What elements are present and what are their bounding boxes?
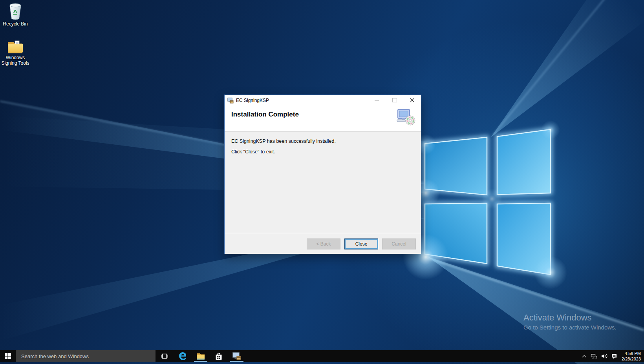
edge-icon [178, 351, 187, 361]
taskbar: 4:56 PM 2/28/2023 [0, 350, 644, 362]
watermark-subtitle: Go to Settings to activate Windows. [523, 324, 617, 331]
tray-volume-button[interactable] [601, 353, 607, 359]
taskbar-edge[interactable] [174, 350, 192, 362]
desktop-icon-recycle-bin[interactable]: Recycle Bin [0, 2, 31, 27]
taskbar-clock[interactable]: 4:56 PM 2/28/2023 [621, 351, 641, 362]
minimize-button[interactable] [368, 95, 386, 106]
window-title: EC SigningKSP [236, 98, 269, 103]
desktop: Recycle Bin Windows Signing Tools Activa… [0, 0, 644, 364]
maximize-button[interactable] [386, 95, 403, 106]
store-icon [214, 351, 223, 361]
clock-time: 4:56 PM [622, 351, 641, 356]
installer-titlebar[interactable]: EC SigningKSP [225, 95, 421, 106]
activate-windows-watermark: Activate Windows Go to Settings to activ… [523, 313, 617, 331]
tray-action-center-button[interactable] [611, 353, 617, 359]
taskbar-app-icons [156, 350, 246, 362]
clock-date: 2/28/2023 [622, 356, 641, 362]
volume-icon [601, 353, 607, 359]
msi-installer-icon [232, 351, 242, 361]
watermark-title: Activate Windows [523, 313, 617, 323]
folder-icon [7, 39, 24, 54]
close-button[interactable]: Close [344, 238, 378, 249]
msi-installer-icon [227, 97, 234, 104]
installer-window: EC SigningKSP Installation Complete [224, 95, 421, 254]
installer-heading: Installation Complete [225, 106, 421, 118]
close-instruction: Click "Close" to exit. [231, 149, 414, 155]
taskbar-file-explorer[interactable] [192, 350, 210, 362]
taskbar-msi-installer[interactable] [228, 350, 246, 362]
recycle-bin-icon [8, 2, 23, 20]
desktop-icon-windows-signing-tools[interactable]: Windows Signing Tools [0, 39, 31, 66]
task-view-icon [160, 352, 169, 360]
cancel-button[interactable]: Cancel [382, 238, 416, 249]
desktop-icon-label: Windows Signing Tools [0, 55, 31, 66]
start-button[interactable] [0, 350, 16, 362]
network-icon [591, 353, 597, 359]
desktop-icon-label: Recycle Bin [0, 22, 31, 27]
computer-cd-icon [396, 108, 416, 126]
close-icon [410, 98, 414, 102]
tray-chevron-button[interactable] [581, 353, 587, 359]
tray-network-button[interactable] [591, 353, 597, 359]
installer-button-row: < Back Close Cancel [225, 233, 421, 254]
install-success-message: EC SigningKSP has been successfully inst… [231, 138, 414, 144]
action-center-icon [611, 353, 617, 359]
search-input[interactable] [16, 350, 156, 362]
windows-logo-icon [5, 353, 11, 359]
back-button[interactable]: < Back [307, 238, 340, 249]
chevron-up-icon [581, 353, 587, 359]
close-window-button[interactable] [403, 95, 421, 106]
task-view-button[interactable] [156, 350, 174, 362]
system-tray: 4:56 PM 2/28/2023 [581, 350, 644, 362]
installer-message-area: EC SigningKSP has been successfully inst… [225, 132, 421, 233]
file-explorer-icon [196, 352, 205, 360]
taskbar-search[interactable] [16, 350, 156, 362]
taskbar-store[interactable] [210, 350, 228, 362]
installer-banner: Installation Complete [225, 106, 421, 132]
